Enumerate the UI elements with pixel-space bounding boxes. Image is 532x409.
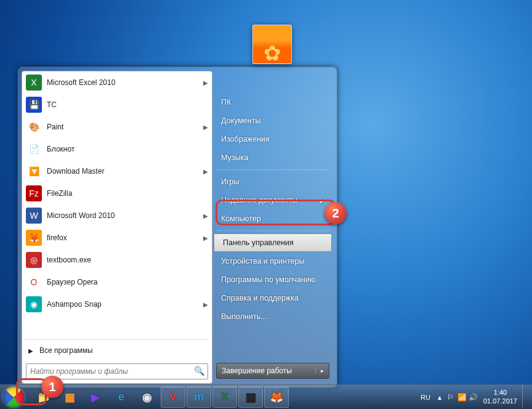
- clock-date: 01.07.2017: [483, 397, 517, 406]
- shutdown-button[interactable]: Завершение работы ▸: [216, 363, 329, 379]
- program-label: Браузер Opera: [47, 278, 98, 286]
- right-pane-item[interactable]: Устройства и принтеры: [212, 252, 333, 270]
- right-pane-label: Панель управления: [223, 238, 294, 247]
- taskbar-app-excel[interactable]: X: [212, 387, 237, 408]
- program-item[interactable]: XMicrosoft Excel 2010▶: [22, 71, 212, 94]
- app-icon: O: [26, 274, 42, 290]
- app-icon: ◎: [26, 252, 42, 268]
- wmplayer-icon: ▦: [65, 391, 75, 404]
- chevron-right-icon: ▶: [203, 168, 208, 175]
- user-folder-link[interactable]: ПК: [212, 93, 333, 111]
- program-label: textboom.exe: [47, 256, 91, 264]
- triangle-right-icon: ▶: [28, 347, 33, 354]
- app-icon: 🦊: [26, 230, 42, 246]
- program-item[interactable]: 💾TC: [22, 94, 212, 116]
- right-pane-label: Музыка: [221, 153, 248, 162]
- system-tray: RU ▴ ⚐ 📶 🔊 1:40 01.07.2017: [417, 385, 532, 409]
- chevron-right-icon: ▶: [203, 301, 208, 308]
- app-icon: 📄: [26, 141, 42, 157]
- start-menu: XMicrosoft Excel 2010▶💾TC🎨Paint▶📄Блокнот…: [17, 67, 337, 388]
- right-pane-item[interactable]: Музыка: [212, 148, 333, 167]
- shutdown-options-arrow[interactable]: ▸: [315, 368, 324, 374]
- firefox-icon: 🦊: [270, 391, 283, 404]
- taskbar-app-ie[interactable]: e: [109, 387, 134, 408]
- volume-icon[interactable]: 🔊: [467, 393, 478, 402]
- right-pane-item[interactable]: Справка и поддержка: [212, 289, 333, 307]
- program-label: Microsoft Excel 2010: [47, 78, 115, 87]
- separator: [216, 169, 329, 170]
- windows-orb-icon: [3, 387, 24, 408]
- right-pane-item[interactable]: Панель управления: [214, 233, 332, 252]
- program-item[interactable]: 🔽Download Master▶: [22, 160, 212, 182]
- program-item[interactable]: 🎨Paint▶: [22, 116, 212, 138]
- program-label: TC: [47, 100, 57, 109]
- program-label: Download Master: [47, 167, 104, 176]
- chevron-right-icon: ▶: [203, 235, 208, 241]
- right-pane-label: Устройства и принтеры: [221, 257, 304, 265]
- right-pane-label: Документы: [221, 116, 260, 125]
- annotation-badge-1: 1: [41, 376, 63, 398]
- shutdown-label: Завершение работы: [222, 366, 292, 375]
- program-item[interactable]: 📄Блокнот: [22, 138, 212, 160]
- chrome-icon: ◉: [142, 391, 152, 404]
- network-icon[interactable]: 📶: [456, 393, 467, 402]
- recent-programs-list: XMicrosoft Excel 2010▶💾TC🎨Paint▶📄Блокнот…: [22, 71, 212, 338]
- taskbar-app-firefox[interactable]: 🦊: [264, 387, 289, 408]
- clock[interactable]: 1:40 01.07.2017: [478, 389, 522, 406]
- program-label: Ashampoo Snap: [47, 300, 102, 309]
- right-pane-label: Игры: [221, 177, 239, 186]
- right-pane-item[interactable]: Игры: [212, 172, 333, 191]
- right-pane-item[interactable]: Выполнить...: [212, 307, 333, 326]
- tray-arrow-icon[interactable]: ▴: [434, 393, 445, 402]
- excel-icon: X: [221, 391, 228, 403]
- terminal-icon: ▥: [246, 391, 256, 404]
- chevron-right-icon: ▶: [203, 213, 208, 219]
- app-icon: X: [26, 75, 42, 91]
- language-indicator[interactable]: RU: [417, 394, 434, 401]
- program-item[interactable]: FzFileZilla: [22, 182, 212, 204]
- annotation-badge-2: 2: [324, 202, 347, 224]
- start-menu-right-pane: ПК ДокументыИзображенияМузыка ИгрыНедавн…: [212, 71, 333, 384]
- chevron-right-icon: ▶: [320, 197, 324, 204]
- program-label: Блокнот: [47, 145, 75, 153]
- right-pane-item[interactable]: Программы по умолчанию: [212, 270, 333, 289]
- taskbar-app-media[interactable]: ▶: [83, 387, 108, 408]
- taskbar-app-maxthon[interactable]: m: [187, 387, 211, 408]
- app-icon: 💾: [26, 97, 42, 113]
- program-item[interactable]: OБраузер Opera: [22, 271, 212, 293]
- clock-time: 1:40: [483, 389, 517, 397]
- separator: [216, 230, 329, 231]
- program-item[interactable]: ◎textboom.exe: [22, 249, 212, 271]
- right-pane-label: Справка и поддержка: [221, 294, 299, 302]
- all-programs-button[interactable]: ▶ Все программы: [22, 341, 212, 360]
- flag-icon[interactable]: ⚐: [445, 393, 456, 402]
- right-pane-item[interactable]: Изображения: [212, 130, 333, 148]
- taskbar-app-chrome[interactable]: ◉: [135, 387, 159, 408]
- program-label: Paint: [47, 123, 63, 131]
- program-item[interactable]: WMicrosoft Word 2010▶: [22, 204, 212, 227]
- search-icon[interactable]: 🔍: [194, 366, 204, 376]
- app-icon: ◉: [26, 296, 42, 312]
- right-pane-item[interactable]: Недавние документы▶: [212, 191, 333, 209]
- app-icon: 🔽: [26, 163, 42, 179]
- program-item[interactable]: ◉Ashampoo Snap▶: [22, 293, 212, 315]
- program-label: firefox: [47, 233, 67, 242]
- app-icon: Fz: [26, 185, 42, 201]
- app-icon: 🎨: [26, 119, 42, 135]
- right-pane-item[interactable]: Документы: [212, 111, 333, 130]
- taskbar-app-vivaldi[interactable]: V: [161, 387, 185, 408]
- taskbar-app-terminal[interactable]: ▥: [238, 387, 263, 408]
- chevron-right-icon: ▶: [203, 124, 208, 131]
- user-picture[interactable]: [252, 25, 292, 64]
- ie-icon: e: [118, 391, 124, 403]
- show-desktop-button[interactable]: [522, 385, 530, 410]
- program-item[interactable]: 🦊firefox▶: [22, 227, 212, 249]
- vivaldi-icon: V: [169, 391, 177, 403]
- media-icon: ▶: [91, 391, 100, 404]
- right-pane-item[interactable]: Компьютер: [212, 209, 333, 228]
- right-pane-label: Программы по умолчанию: [221, 275, 315, 284]
- chevron-right-icon: ▶: [203, 79, 208, 86]
- user-name-label: ПК: [221, 98, 231, 107]
- start-button[interactable]: [0, 385, 27, 410]
- right-pane-label: Компьютер: [221, 214, 261, 223]
